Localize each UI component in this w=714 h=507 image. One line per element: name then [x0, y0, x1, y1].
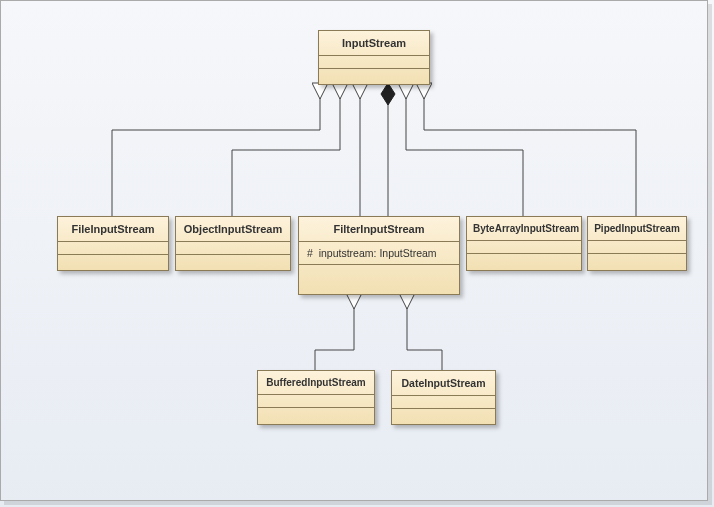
class-title: BufferedInputStream	[258, 371, 374, 394]
class-title: ByteArrayInputStream	[467, 217, 581, 240]
attribute-row: # inputstream: InputStream	[299, 242, 459, 264]
class-filterinputstream[interactable]: FilterInputStream # inputstream: InputSt…	[298, 216, 460, 295]
class-pipedinputstream[interactable]: PipedInputStream	[587, 216, 687, 271]
class-dateinputstream[interactable]: DateInputStream	[391, 370, 496, 425]
class-objectinputstream[interactable]: ObjectInputStream	[175, 216, 291, 271]
class-fileinputstream[interactable]: FileInputStream	[57, 216, 169, 271]
class-title: PipedInputStream	[588, 217, 686, 240]
class-title: ObjectInputStream	[176, 217, 290, 241]
class-bufferedinputstream[interactable]: BufferedInputStream	[257, 370, 375, 425]
class-title: FileInputStream	[58, 217, 168, 241]
class-title: InputStream	[319, 31, 429, 55]
visibility: #	[307, 247, 313, 259]
attr-text: inputstream: InputStream	[319, 247, 437, 259]
class-title: FilterInputStream	[299, 217, 459, 241]
class-bytearrayinputstream[interactable]: ByteArrayInputStream	[466, 216, 582, 271]
class-title: DateInputStream	[392, 371, 495, 395]
class-inputstream[interactable]: InputStream	[318, 30, 430, 85]
